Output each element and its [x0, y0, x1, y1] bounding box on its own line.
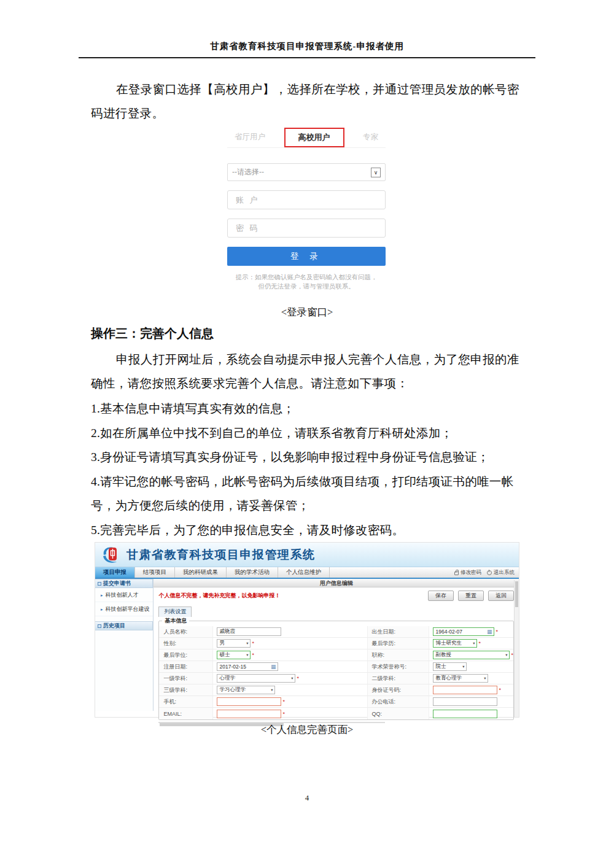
mobile-input[interactable]	[217, 697, 281, 706]
degree-value: 硕士	[219, 651, 230, 659]
email-input[interactable]	[217, 710, 281, 718]
lock-icon	[454, 572, 459, 575]
sidebar-group-submit-label: 提交申请书	[103, 579, 131, 587]
tab-province-user[interactable]: 省厅用户	[235, 132, 265, 142]
login-window-screenshot: 省厅用户 高校用户 专家 --请选择-- ∨ 登 录 提示：如果您确认账户名及密…	[227, 127, 386, 291]
field-label-title: 职称:	[368, 649, 429, 661]
sidebar-item-innovation-platform[interactable]: ▸ 科技创新平台建设	[95, 602, 153, 616]
sidebar-item-label: 科技创新人才	[106, 591, 139, 599]
field-label-office-phone: 办公电话:	[368, 696, 429, 707]
app-content: 提交申请书 ▸ 科技创新人才 ▸ 科技创新平台建设 历史项目 用户信息编辑	[95, 579, 519, 711]
nav-tab-personal-info[interactable]: 个人信息维护	[278, 567, 330, 578]
logout-label: 退出系统	[494, 569, 515, 576]
required-asterisk: *	[252, 652, 254, 658]
nav-tab-academic-activities[interactable]: 我的学术活动	[227, 567, 278, 578]
note-item: 1.基本信息中请填写真实有效的信息；	[91, 397, 528, 421]
honor-value: 院士	[435, 663, 446, 670]
name-input[interactable]: 戚晓霞	[217, 627, 281, 636]
login-hint: 提示：如果您确认账户名及密码输入都没有问题， 但仍无法登录，请与管理员联系。	[227, 273, 386, 291]
sidebar-item-label: 科技创新平台建设	[106, 605, 150, 613]
collapse-icon	[98, 582, 101, 586]
profile-page-screenshot: 甘肃省教育科技项目申报管理系统 项目申报 结项项目 我的科研成果 我的学术活动 …	[95, 543, 519, 717]
warning-row: 个人信息不完整，请先补充完整，以免影响申报！ 保存 重置 返回	[154, 587, 519, 603]
logout-link[interactable]: 退出系统	[487, 569, 515, 576]
form-row: EMAIL: * QQ:	[159, 708, 513, 719]
save-button[interactable]: 保存	[428, 591, 454, 601]
sidebar-group-submit[interactable]: 提交申请书	[95, 579, 153, 588]
intro-paragraph: 在登录窗口选择【高校用户】，选择所在学校，并通过管理员发放的帐号密码进行登录。	[91, 77, 525, 125]
chevron-down-icon: ▾	[462, 664, 464, 669]
profile-page-caption: <个人信息完善页面>	[0, 723, 614, 737]
chevron-down-icon[interactable]: ∨	[371, 168, 381, 177]
tab-list-settings[interactable]: 列表设置	[158, 606, 192, 617]
nav-tab-project-apply[interactable]: 项目申报	[95, 567, 135, 578]
change-password-link[interactable]: 修改密码	[454, 569, 481, 576]
sidebar-item-innovation-talent[interactable]: ▸ 科技创新人才	[95, 588, 153, 602]
change-password-label: 修改密码	[460, 569, 481, 576]
name-value: 戚晓霞	[219, 628, 235, 635]
triangle-bullet-icon: ▸	[101, 607, 103, 612]
chevron-down-icon: ▾	[291, 676, 293, 681]
form-row: 注册日期: 2017-02-15 ▦ 学术荣誉称号: 院士 ▾	[159, 661, 513, 673]
discipline1-value: 心理学	[219, 675, 235, 682]
required-asterisk: *	[495, 629, 498, 635]
tab-university-user[interactable]: 高校用户	[284, 128, 344, 147]
notes-list: 1.基本信息中请填写真实有效的信息； 2.如在所属单位中找不到自己的单位，请联系…	[91, 397, 528, 542]
chevron-down-icon: ▾	[246, 641, 248, 646]
field-label-mobile: 手机:	[159, 696, 213, 707]
sidebar-group-history[interactable]: 历史项目	[95, 621, 153, 630]
school-select[interactable]: --请选择-- ∨	[227, 163, 386, 181]
calendar-icon[interactable]: ▦	[487, 629, 492, 635]
app-logo-icon	[101, 546, 123, 564]
gender-select[interactable]: 男 ▾	[217, 639, 251, 648]
vertical-scrollbar[interactable]	[514, 580, 519, 717]
discipline3-value: 学习心理学	[219, 686, 246, 694]
app-sidebar: 提交申请书 ▸ 科技创新人才 ▸ 科技创新平台建设 历史项目	[95, 579, 154, 711]
title-select[interactable]: 副教授 ▾	[433, 651, 510, 659]
discipline2-select[interactable]: 教育心理学 ▾	[433, 674, 488, 683]
chevron-down-icon: ▾	[473, 641, 475, 646]
note-item: 5.完善完毕后，为了您的申报信息安全，请及时修改密码。	[91, 518, 528, 543]
field-label-name: 人员名称:	[159, 626, 213, 637]
title-value: 副教授	[435, 651, 451, 659]
password-input[interactable]	[227, 219, 386, 238]
discipline1-select[interactable]: 心理学 ▾	[217, 674, 295, 683]
field-label-discipline3: 三级学科:	[159, 684, 213, 696]
calendar-icon[interactable]: ▦	[271, 664, 276, 670]
degree-select[interactable]: 硕士 ▾	[217, 651, 251, 659]
account-input[interactable]	[227, 190, 386, 209]
honor-select[interactable]: 院士 ▾	[433, 662, 467, 671]
field-label-birthdate: 出生日期:	[368, 626, 429, 637]
form-row: 手机: * 办公电话:	[159, 696, 513, 708]
field-label-gender: 性别:	[159, 638, 213, 649]
power-icon	[487, 570, 492, 575]
chevron-down-icon: ▾	[246, 653, 248, 657]
education-select[interactable]: 博士研究生 ▾	[433, 639, 477, 648]
page-number: 4	[0, 793, 614, 803]
idcard-input[interactable]	[433, 686, 497, 694]
office-phone-input[interactable]	[433, 697, 497, 706]
scrollbar-thumb[interactable]	[515, 581, 518, 607]
tab-expert[interactable]: 专家	[363, 132, 378, 142]
discipline3-select[interactable]: 学习心理学 ▾	[217, 686, 275, 694]
reset-button[interactable]: 重置	[458, 591, 484, 601]
note-item: 4.请牢记您的帐号密码，此帐号密码为后续做项目结项，打印结项证书的唯一帐号，为方…	[91, 470, 528, 518]
incomplete-warning: 个人信息不完整，请先补充完整，以免影响申报！	[158, 592, 428, 600]
form-row: 三级学科: 学习心理学 ▾ 身份证号码: *	[159, 684, 513, 696]
chevron-down-icon: ▾	[484, 676, 486, 681]
nav-tab-project-closing[interactable]: 结项项目	[135, 567, 175, 578]
nav-tab-research-results[interactable]: 我的科研成果	[175, 567, 227, 578]
basic-info-fieldset: 基本信息 人员名称: 戚晓霞 出生日期: 1964-02-07	[158, 617, 514, 720]
back-button[interactable]: 返回	[488, 591, 514, 601]
header-rule	[79, 57, 535, 58]
qq-input[interactable]	[433, 710, 497, 718]
field-label-idcard: 身份证号码:	[368, 684, 429, 696]
birthdate-input[interactable]: 1964-02-07 ▦	[433, 627, 494, 636]
login-button[interactable]: 登 录	[227, 247, 386, 266]
field-label-discipline1: 一级学科:	[159, 673, 213, 684]
document-page: 甘肃省教育科技项目申报管理系统-申报者使用 在登录窗口选择【高校用户】，选择所在…	[0, 0, 614, 868]
collapse-icon	[98, 624, 101, 628]
register-date-input[interactable]: 2017-02-15 ▦	[217, 662, 278, 671]
required-asterisk: *	[499, 687, 501, 693]
app-title: 甘肃省教育科技项目申报管理系统	[126, 547, 316, 563]
